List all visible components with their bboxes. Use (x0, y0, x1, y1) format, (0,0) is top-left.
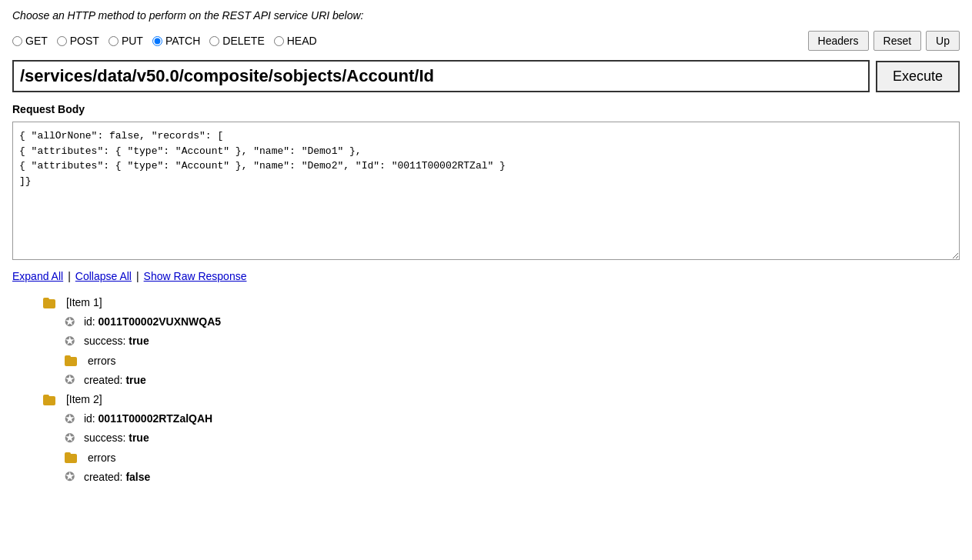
list-item: ✪ created: false (65, 468, 960, 487)
item2-success-value: true (129, 432, 149, 444)
method-head[interactable]: HEAD (274, 35, 317, 47)
url-input[interactable] (12, 60, 870, 92)
leaf-icon: ✪ (65, 471, 75, 483)
headers-button[interactable]: Headers (808, 31, 869, 51)
method-delete[interactable]: DELETE (209, 35, 264, 47)
expand-all-link[interactable]: Expand All (12, 270, 63, 282)
folder-icon (65, 355, 78, 366)
item1-errors-label: errors (88, 352, 116, 371)
item2-errors-label: errors (88, 448, 116, 468)
label-put[interactable]: PUT (122, 35, 143, 47)
list-item: errors (65, 448, 960, 468)
item1-created-label: created: true (84, 371, 146, 390)
label-post[interactable]: POST (70, 35, 99, 47)
leaf-icon: ✪ (65, 374, 75, 386)
list-item: ✪ success: true (65, 428, 960, 448)
method-patch[interactable]: PATCH (152, 35, 200, 47)
method-row: GET POST PUT PATCH DELETE HEAD Headers R… (12, 31, 960, 51)
up-button[interactable]: Up (926, 31, 960, 51)
collapse-all-link[interactable]: Collapse All (75, 270, 132, 282)
folder-icon (43, 395, 57, 405)
reset-button[interactable]: Reset (873, 31, 922, 51)
method-post[interactable]: POST (57, 35, 99, 47)
request-body-title: Request Body (12, 103, 960, 115)
leaf-icon: ✪ (65, 413, 75, 425)
list-item: errors (65, 352, 960, 371)
item2-created-value: false (125, 471, 150, 483)
radio-get[interactable] (12, 36, 22, 46)
request-body-section: Request Body { "allOrNone": false, "reco… (12, 103, 960, 262)
item2-id-label: id: 0011T00002RTZalQAH (84, 409, 212, 428)
item1-label: [Item 1] (66, 293, 102, 312)
tree-container: [Item 1] ✪ id: 0011T00002VUXNWQA5 ✪ succ… (12, 293, 960, 487)
radio-put[interactable] (109, 36, 119, 46)
item2-created-label: created: false (84, 468, 150, 487)
label-delete[interactable]: DELETE (222, 35, 264, 47)
list-item: ✪ success: true (65, 332, 960, 351)
label-head[interactable]: HEAD (287, 35, 317, 47)
leaf-icon: ✪ (65, 316, 75, 328)
action-buttons: Headers Reset Up (808, 31, 960, 51)
separator-2: | (136, 270, 139, 282)
item1-created-value: true (125, 374, 145, 386)
list-item: ✪ created: true (65, 371, 960, 390)
request-body-textarea[interactable]: { "allOrNone": false, "records": [ { "at… (12, 122, 960, 260)
item1-success-value: true (129, 335, 149, 347)
url-row: Execute (12, 60, 960, 92)
label-patch[interactable]: PATCH (165, 35, 200, 47)
list-item: [Item 2] (43, 390, 960, 409)
label-get[interactable]: GET (25, 35, 48, 47)
radio-delete[interactable] (209, 36, 219, 46)
method-put[interactable]: PUT (109, 35, 143, 47)
list-item: [Item 1] (43, 293, 960, 312)
item1-success-label: success: true (84, 332, 149, 351)
list-item: ✪ id: 0011T00002RTZalQAH (65, 409, 960, 428)
item2-label: [Item 2] (66, 390, 102, 409)
folder-icon (43, 298, 57, 308)
list-item: ✪ id: 0011T00002VUXNWQA5 (65, 312, 960, 332)
item1-id-label: id: 0011T00002VUXNWQA5 (84, 312, 221, 332)
radio-post[interactable] (57, 36, 67, 46)
method-get[interactable]: GET (12, 35, 48, 47)
instruction-text: Choose an HTTP method to perform on the … (12, 9, 960, 22)
item2-children: ✪ id: 0011T00002RTZalQAH ✪ success: true… (43, 409, 960, 487)
item1-children: ✪ id: 0011T00002VUXNWQA5 ✪ success: true… (43, 312, 960, 390)
response-links: Expand All | Collapse All | Show Raw Res… (12, 270, 960, 282)
item2-success-label: success: true (84, 428, 149, 448)
item1-id-value: 0011T00002VUXNWQA5 (99, 315, 222, 328)
radio-head[interactable] (274, 36, 284, 46)
leaf-icon: ✪ (65, 432, 75, 445)
item2-id-value: 0011T00002RTZalQAH (99, 412, 213, 425)
separator-1: | (68, 270, 71, 282)
execute-button[interactable]: Execute (876, 61, 960, 92)
folder-icon (65, 452, 78, 463)
leaf-icon: ✪ (65, 335, 75, 348)
radio-patch[interactable] (152, 36, 162, 46)
show-raw-response-link[interactable]: Show Raw Response (144, 270, 247, 282)
